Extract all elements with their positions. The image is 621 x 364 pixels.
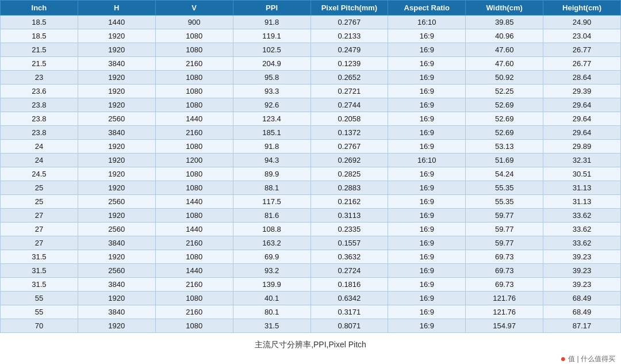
table-cell: 0.2825 [310, 167, 388, 181]
table-cell: 1080 [155, 181, 233, 195]
logo-text: 值 | 什么值得买 [568, 354, 615, 364]
column-header: Aspect Ratio [388, 1, 466, 16]
table-cell: 0.1816 [310, 278, 388, 292]
table-cell: 18.5 [1, 16, 78, 29]
table-cell: 16:9 [388, 223, 466, 236]
table-row: 271920108081.60.311316:959.7733.62 [1, 209, 621, 223]
table-header-row: InchHVPPIPixel Pitch(mm)Aspect RatioWidt… [1, 1, 621, 16]
table-cell: 68.49 [543, 305, 621, 319]
table-cell: 16:9 [388, 140, 466, 154]
table-cell: 93.3 [233, 85, 310, 98]
table-cell: 0.2133 [310, 29, 388, 43]
table-cell: 68.49 [543, 292, 621, 305]
table-cell: 1920 [78, 181, 155, 195]
table-cell: 29.64 [543, 126, 621, 140]
table-cell: 59.77 [466, 209, 543, 223]
table-row: 551920108040.10.634216:9121.7668.49 [1, 292, 621, 305]
table-cell: 23.8 [1, 112, 78, 126]
table-cell: 1080 [155, 292, 233, 305]
table-cell: 0.2479 [310, 43, 388, 57]
table-cell: 16:9 [388, 57, 466, 71]
table-cell: 2560 [78, 112, 155, 126]
table-cell: 16:9 [388, 85, 466, 98]
table-cell: 24 [1, 154, 78, 167]
table-cell: 59.77 [466, 236, 543, 250]
table-cell: 55.35 [466, 181, 543, 195]
table-cell: 0.1557 [310, 236, 388, 250]
table-cell: 50.92 [466, 71, 543, 85]
data-table: InchHVPPIPixel Pitch(mm)Aspect RatioWidt… [0, 0, 621, 333]
table-cell: 108.8 [233, 223, 310, 236]
table-cell: 95.8 [233, 71, 310, 85]
table-cell: 29.64 [543, 112, 621, 126]
table-cell: 0.1239 [310, 57, 388, 71]
table-row: 23.825601440123.40.205816:952.6929.64 [1, 112, 621, 126]
table-cell: 39.23 [543, 278, 621, 292]
table-cell: 3840 [78, 57, 155, 71]
table-cell: 3840 [78, 305, 155, 319]
table-cell: 16:9 [388, 305, 466, 319]
table-cell: 2160 [155, 126, 233, 140]
table-cell: 0.2652 [310, 71, 388, 85]
table-cell: 32.31 [543, 154, 621, 167]
table-container: InchHVPPIPixel Pitch(mm)Aspect RatioWidt… [0, 0, 621, 333]
table-cell: 1920 [78, 167, 155, 181]
table-cell: 18.5 [1, 29, 78, 43]
table-cell: 80.1 [233, 305, 310, 319]
logo-icon: ● [561, 354, 566, 364]
table-cell: 40.1 [233, 292, 310, 305]
table-cell: 1080 [155, 319, 233, 333]
table-cell: 47.60 [466, 43, 543, 57]
table-cell: 154.97 [466, 319, 543, 333]
table-row: 2725601440108.80.233516:959.7733.62 [1, 223, 621, 236]
table-cell: 2160 [155, 236, 233, 250]
table-cell: 0.2767 [310, 16, 388, 29]
table-cell: 1920 [78, 292, 155, 305]
table-cell: 16:10 [388, 154, 466, 167]
table-cell: 185.1 [233, 126, 310, 140]
table-cell: 1080 [155, 98, 233, 112]
table-cell: 1920 [78, 209, 155, 223]
table-cell: 25 [1, 181, 78, 195]
table-cell: 1440 [155, 264, 233, 278]
table-cell: 16:9 [388, 29, 466, 43]
table-cell: 87.17 [543, 319, 621, 333]
table-cell: 28.64 [543, 71, 621, 85]
table-cell: 1080 [155, 85, 233, 98]
table-row: 2738402160163.20.155716:959.7733.62 [1, 236, 621, 250]
table-cell: 16:9 [388, 278, 466, 292]
table-cell: 21.5 [1, 43, 78, 57]
table-cell: 69.73 [466, 278, 543, 292]
table-cell: 1920 [78, 85, 155, 98]
table-row: 31.51920108069.90.363216:969.7339.23 [1, 250, 621, 264]
table-cell: 31.5 [233, 319, 310, 333]
table-cell: 1920 [78, 98, 155, 112]
table-cell: 47.60 [466, 57, 543, 71]
table-cell: 16:9 [388, 236, 466, 250]
table-cell: 16:10 [388, 16, 466, 29]
table-cell: 31.5 [1, 264, 78, 278]
table-cell: 2160 [155, 305, 233, 319]
table-cell: 29.89 [543, 140, 621, 154]
table-cell: 0.2058 [310, 112, 388, 126]
table-cell: 0.3171 [310, 305, 388, 319]
table-row: 231920108095.80.265216:950.9228.64 [1, 71, 621, 85]
table-cell: 119.1 [233, 29, 310, 43]
table-cell: 24 [1, 140, 78, 154]
table-row: 21.538402160204.90.123916:947.6026.77 [1, 57, 621, 71]
column-header: Height(cm) [543, 1, 621, 16]
table-cell: 1440 [155, 112, 233, 126]
table-cell: 33.62 [543, 223, 621, 236]
table-cell: 1920 [78, 71, 155, 85]
table-cell: 26.77 [543, 43, 621, 57]
footer-bar: ● 值 | 什么值得买 [0, 352, 621, 364]
table-cell: 1080 [155, 140, 233, 154]
table-cell: 33.62 [543, 236, 621, 250]
table-cell: 89.9 [233, 167, 310, 181]
column-header: PPI [233, 1, 310, 16]
table-cell: 59.77 [466, 223, 543, 236]
table-cell: 16:9 [388, 195, 466, 209]
table-cell: 25 [1, 195, 78, 209]
table-row: 701920108031.50.807116:9154.9787.17 [1, 319, 621, 333]
table-cell: 69.73 [466, 250, 543, 264]
